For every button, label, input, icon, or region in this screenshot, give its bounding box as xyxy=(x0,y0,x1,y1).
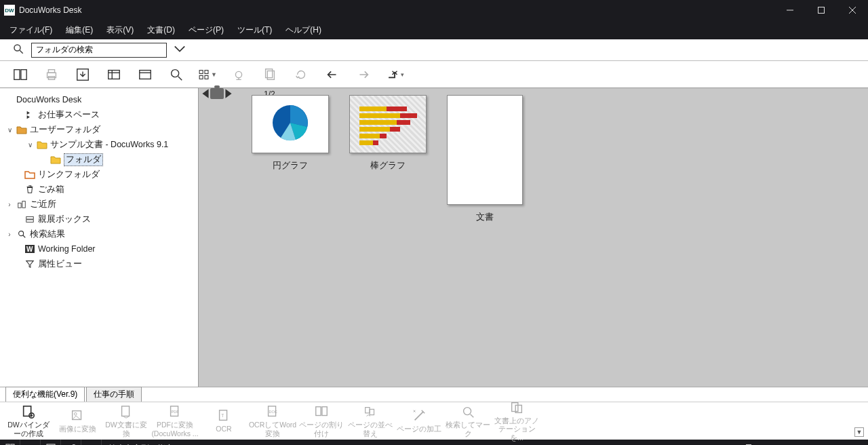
svg-point-23 xyxy=(235,71,241,77)
action-page-split[interactable]: ページの割り付け xyxy=(297,404,346,437)
svg-rect-29 xyxy=(26,220,34,222)
trash-icon xyxy=(24,184,35,195)
svg-rect-53 xyxy=(370,410,374,415)
back-tool[interactable] xyxy=(323,65,342,84)
tree-trash[interactable]: ごみ箱 xyxy=(5,182,195,197)
search-tool[interactable] xyxy=(167,65,186,84)
doc-pie[interactable]: 円グラフ xyxy=(252,95,329,172)
folder-icon xyxy=(50,154,61,165)
next-page-icon[interactable] xyxy=(224,88,233,99)
document-area[interactable]: 1/2 円グラフ xyxy=(199,88,868,387)
action-to-image[interactable]: 画像に変換 xyxy=(53,408,102,433)
thumb-blank xyxy=(447,95,523,205)
scan-tool[interactable] xyxy=(11,65,30,84)
feature-tabs: 便利な機能(Ver.9) 仕事の手順 xyxy=(0,387,868,402)
doc-bar[interactable]: 棒グラフ xyxy=(349,95,427,172)
forward-tool[interactable] xyxy=(354,65,373,84)
grid-tool[interactable]: ▼ xyxy=(198,65,217,84)
minimize-button[interactable] xyxy=(774,0,806,20)
action-to-pdf[interactable]: PDFPDFに変換(DocuWorks ... xyxy=(151,404,199,437)
window-title: DocuWorks Desk xyxy=(19,5,81,15)
tree-folder[interactable]: フォルダ xyxy=(5,152,195,167)
svg-text:W: W xyxy=(26,246,33,253)
status-pin-icon[interactable] xyxy=(81,440,102,445)
svg-line-31 xyxy=(23,235,26,238)
link-folder-icon xyxy=(24,169,35,180)
svg-line-18 xyxy=(178,76,182,80)
svg-rect-1 xyxy=(818,7,825,14)
maximize-button[interactable] xyxy=(806,0,837,20)
search-dropdown-icon[interactable] xyxy=(174,44,186,56)
tab-workflow[interactable]: 仕事の手順 xyxy=(86,387,142,402)
menu-file[interactable]: ファイル(F) xyxy=(9,24,52,36)
svg-marker-35 xyxy=(225,89,231,98)
svg-rect-52 xyxy=(366,408,370,413)
action-ocr-word[interactable]: DOCOCRしてWord変換 xyxy=(248,404,297,437)
svg-line-55 xyxy=(471,414,474,418)
action-label: OCR xyxy=(216,425,231,433)
action-ocr[interactable]: TOCR xyxy=(199,408,248,433)
menu-view[interactable]: 表示(V) xyxy=(106,24,134,36)
close-button[interactable] xyxy=(837,0,868,20)
tab-convenient[interactable]: 便利な機能(Ver.9) xyxy=(5,387,85,402)
tree-mailbox[interactable]: 親展ボックス xyxy=(5,212,195,227)
search-row xyxy=(0,39,868,61)
svg-marker-34 xyxy=(202,89,208,98)
tree-link-folder[interactable]: リンクフォルダ xyxy=(5,167,195,182)
camera-tool[interactable] xyxy=(229,65,248,84)
svg-rect-27 xyxy=(22,201,25,208)
view-list-icon[interactable] xyxy=(20,440,41,445)
tree-sample-doc[interactable]: ∨サンプル文書 - DocuWorks 9.1 xyxy=(5,137,195,152)
page-nav xyxy=(201,88,233,99)
svg-point-30 xyxy=(19,231,24,236)
action-search-mark[interactable]: 検索してマーク xyxy=(443,404,492,437)
menu-edit[interactable]: 編集(E) xyxy=(66,24,93,36)
print-tool[interactable] xyxy=(42,65,61,84)
menu-tool[interactable]: ツール(T) xyxy=(237,24,272,36)
svg-rect-43 xyxy=(122,406,130,417)
prev-page-icon[interactable] xyxy=(201,88,210,99)
tree-working-folder[interactable]: WWorking Folder xyxy=(5,241,195,256)
menu-document[interactable]: 文書(D) xyxy=(147,24,175,36)
svg-rect-15 xyxy=(140,70,151,79)
action-label: DWバインダーの作成 xyxy=(4,421,53,437)
tree-search-results[interactable]: ›検索結果 xyxy=(5,227,195,241)
svg-text:DOC: DOC xyxy=(269,410,277,414)
action-label: 検索してマーク xyxy=(443,421,492,437)
action-annotation[interactable]: 文書上のアノテーションを... xyxy=(492,400,541,441)
tree-neighborhood[interactable]: ›ご近所 xyxy=(5,197,195,212)
action-dw-binder[interactable]: DWバインダーの作成 xyxy=(4,404,53,437)
menu-page[interactable]: ページ(P) xyxy=(189,24,224,36)
view-detail-icon[interactable] xyxy=(41,440,61,445)
layout-tool-1[interactable] xyxy=(104,65,123,84)
neighborhood-icon xyxy=(16,199,27,210)
tree-attribute-view[interactable]: 属性ビュー xyxy=(5,256,195,271)
action-page-process[interactable]: ページの加工 xyxy=(395,408,443,433)
doc-blank[interactable]: 文書 xyxy=(447,95,523,223)
svg-rect-24 xyxy=(266,69,273,77)
layout-tool-2[interactable] xyxy=(136,65,155,84)
rotate-tool[interactable] xyxy=(292,65,311,84)
copy-tool[interactable] xyxy=(260,65,279,84)
folder-search-input[interactable] xyxy=(31,43,167,58)
action-label: 文書上のアノテーションを... xyxy=(492,417,541,441)
action-page-sort[interactable]: ページの並べ替え xyxy=(346,404,395,437)
main-toolbar: ▼ ▾ xyxy=(0,61,868,88)
zoom-in-button[interactable]: + xyxy=(827,442,841,445)
svg-rect-20 xyxy=(205,70,208,73)
action-label: OCRしてWord変換 xyxy=(248,421,297,437)
download-tool[interactable] xyxy=(73,65,92,84)
svg-point-17 xyxy=(172,69,179,77)
status-tool-icon[interactable] xyxy=(61,440,81,445)
tree-root[interactable]: DocuWorks Desk xyxy=(5,92,195,107)
zoom-out-button[interactable]: − xyxy=(715,442,728,445)
search-results-icon xyxy=(16,229,27,239)
up-tool[interactable]: ▾ xyxy=(385,65,404,84)
view-grid-icon[interactable] xyxy=(0,440,20,445)
tree-workspace[interactable]: お仕事スペース xyxy=(5,107,195,122)
action-to-dw[interactable]: DW文書に変換 xyxy=(102,404,151,437)
svg-rect-51 xyxy=(322,407,327,416)
action-scroll-down[interactable]: ▼ xyxy=(854,427,864,437)
menu-help[interactable]: ヘルプ(H) xyxy=(285,24,321,36)
tree-user-folder[interactable]: ∨ユーザーフォルダ xyxy=(5,122,195,137)
